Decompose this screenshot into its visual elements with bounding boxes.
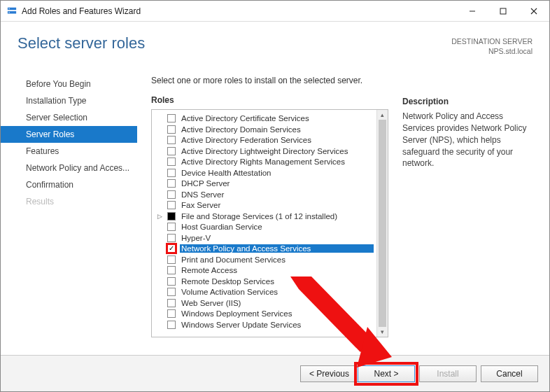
- expander-icon[interactable]: ▷: [156, 213, 163, 220]
- svg-point-3: [8, 12, 9, 13]
- role-checkbox[interactable]: [167, 158, 176, 166]
- cancel-button[interactable]: Cancel: [481, 365, 538, 382]
- titlebar: Add Roles and Features Wizard: [1, 1, 549, 22]
- role-checkbox[interactable]: [167, 309, 176, 318]
- sidebar-item-5[interactable]: Network Policy and Acces...: [1, 160, 137, 176]
- role-row[interactable]: Remote Desktop Services: [152, 276, 376, 287]
- description-text: Network Policy and Access Services provi…: [402, 111, 535, 169]
- sidebar-item-6[interactable]: Confirmation: [1, 176, 137, 193]
- svg-rect-5: [500, 8, 506, 14]
- maximize-button[interactable]: [488, 1, 519, 21]
- role-checkbox[interactable]: [167, 169, 176, 177]
- install-button[interactable]: Install: [419, 365, 477, 382]
- role-label: Remote Access: [180, 266, 374, 274]
- sidebar-item-3[interactable]: Server Roles: [1, 126, 137, 143]
- role-row[interactable]: Remote Access: [152, 265, 376, 276]
- role-checkbox[interactable]: [167, 255, 176, 264]
- role-row[interactable]: Fax Server: [152, 200, 376, 211]
- role-label: Active Directory Domain Services: [180, 125, 374, 134]
- role-checkbox[interactable]: [167, 201, 176, 209]
- role-row[interactable]: Windows Deployment Services: [152, 308, 376, 319]
- role-row[interactable]: ✓Network Policy and Access Services: [152, 243, 376, 254]
- role-row[interactable]: Device Health Attestation: [152, 167, 376, 178]
- roles-listbox[interactable]: Active Directory Certificate ServicesAct…: [151, 109, 388, 337]
- role-row[interactable]: Active Directory Rights Management Servi…: [152, 156, 376, 167]
- server-manager-icon: [6, 6, 17, 17]
- scrollbar[interactable]: ▴ ▾: [376, 110, 388, 337]
- sidebar-item-2[interactable]: Server Selection: [1, 109, 137, 126]
- role-row[interactable]: Volume Activation Services: [152, 286, 376, 298]
- role-label: Active Directory Rights Management Servi…: [180, 158, 374, 166]
- role-row[interactable]: Active Directory Domain Services: [152, 124, 376, 135]
- role-label: Network Policy and Access Services: [180, 244, 374, 253]
- role-row[interactable]: DNS Server: [152, 189, 376, 200]
- role-label: Remote Desktop Services: [180, 277, 374, 286]
- next-button[interactable]: Next >: [358, 365, 415, 382]
- role-label: Device Health Attestation: [180, 169, 374, 177]
- wizard-footer: < Previous Next > Install Cancel: [1, 355, 549, 391]
- role-label: DNS Server: [180, 190, 374, 199]
- role-checkbox[interactable]: ✓: [167, 244, 176, 253]
- window-controls: [457, 1, 549, 21]
- role-checkbox[interactable]: [167, 299, 176, 307]
- role-row[interactable]: Windows Server Update Services: [152, 319, 376, 330]
- destination-server-value: NPS.std.local: [451, 47, 533, 57]
- role-label: Fax Server: [180, 201, 374, 209]
- description-section-label: Description: [402, 97, 535, 106]
- role-label: Active Directory Lightweight Directory S…: [180, 147, 374, 155]
- role-row[interactable]: Active Directory Federation Services: [152, 134, 376, 146]
- role-checkbox[interactable]: [167, 321, 176, 329]
- sidebar-item-7: Results: [1, 193, 137, 210]
- role-row[interactable]: Hyper-V: [152, 232, 376, 244]
- scroll-thumb[interactable]: [379, 120, 386, 327]
- role-checkbox[interactable]: [167, 190, 176, 199]
- role-label: Windows Server Update Services: [180, 321, 374, 329]
- destination-server-block: DESTINATION SERVER NPS.std.local: [451, 37, 533, 56]
- close-button[interactable]: [519, 1, 549, 21]
- role-checkbox[interactable]: [167, 234, 176, 242]
- role-checkbox[interactable]: [167, 114, 176, 122]
- wizard-sidebar: Before You BeginInstallation TypeServer …: [1, 62, 137, 342]
- role-checkbox[interactable]: [167, 223, 176, 231]
- sidebar-item-0[interactable]: Before You Begin: [1, 76, 137, 92]
- role-label: Hyper-V: [180, 234, 374, 242]
- role-row[interactable]: Print and Document Services: [152, 254, 376, 265]
- roles-section-label: Roles: [151, 95, 388, 105]
- role-row[interactable]: Web Server (IIS): [152, 298, 376, 309]
- role-label: Active Directory Federation Services: [180, 136, 374, 144]
- role-row[interactable]: Active Directory Certificate Services: [152, 113, 376, 124]
- role-checkbox[interactable]: [167, 136, 176, 144]
- role-label: Web Server (IIS): [180, 299, 374, 307]
- role-checkbox[interactable]: [167, 147, 176, 155]
- role-label: Volume Activation Services: [180, 288, 374, 296]
- intro-text: Select one or more roles to install on t…: [151, 76, 388, 85]
- sidebar-item-1[interactable]: Installation Type: [1, 92, 137, 109]
- role-checkbox[interactable]: [167, 179, 176, 188]
- destination-server-label: DESTINATION SERVER: [451, 37, 533, 47]
- role-row[interactable]: Active Directory Lightweight Directory S…: [152, 146, 376, 157]
- sidebar-item-4[interactable]: Features: [1, 143, 137, 160]
- window-title: Add Roles and Features Wizard: [22, 6, 457, 16]
- role-label: Host Guardian Service: [180, 223, 374, 231]
- role-row[interactable]: ▷File and Storage Services (1 of 12 inst…: [152, 211, 376, 222]
- role-row[interactable]: Host Guardian Service: [152, 221, 376, 232]
- scroll-down-icon[interactable]: ▾: [377, 327, 388, 337]
- role-checkbox[interactable]: [167, 288, 176, 296]
- role-label: Active Directory Certificate Services: [180, 114, 374, 122]
- minimize-button[interactable]: [457, 1, 488, 21]
- role-label: File and Storage Services (1 of 12 insta…: [180, 212, 374, 220]
- role-label: DHCP Server: [180, 179, 374, 188]
- role-checkbox[interactable]: [167, 266, 176, 274]
- role-label: Print and Document Services: [180, 255, 374, 264]
- scroll-up-icon[interactable]: ▴: [377, 110, 388, 120]
- role-label: Windows Deployment Services: [180, 309, 374, 318]
- role-checkbox[interactable]: [167, 277, 176, 286]
- page-title: Select server roles: [17, 34, 145, 52]
- role-checkbox[interactable]: [167, 212, 176, 220]
- role-checkbox[interactable]: [167, 125, 176, 134]
- wizard-header: Select server roles DESTINATION SERVER N…: [1, 22, 549, 62]
- role-row[interactable]: DHCP Server: [152, 178, 376, 189]
- svg-point-2: [8, 8, 9, 8]
- previous-button[interactable]: < Previous: [300, 365, 358, 382]
